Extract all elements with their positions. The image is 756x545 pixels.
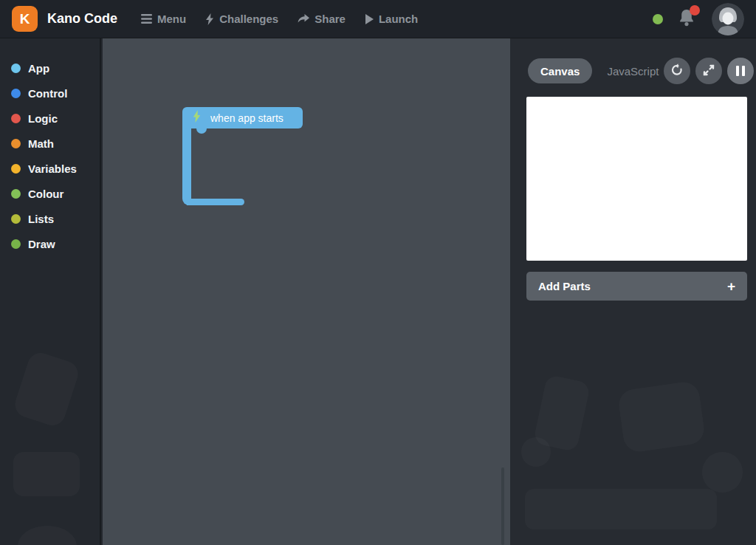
lightning-icon [205,13,214,25]
sidebar-item-math[interactable]: Math [0,131,100,156]
add-parts-button[interactable]: Add Parts + [526,272,747,301]
background-doodle [12,349,81,428]
nav-item-label: Launch [379,13,418,25]
blockly-workspace[interactable]: when app starts [103,38,510,545]
category-color-dot [11,114,21,123]
category-label: Control [28,87,67,100]
menu-icon [141,14,152,24]
category-label: Lists [28,213,54,225]
nav-item-share[interactable]: Share [298,13,346,25]
background-doodle [13,452,80,496]
pause-icon [736,66,745,76]
user-avatar-icon [712,25,744,35]
panel-controls [664,58,756,84]
background-doodle [521,437,551,467]
block-body-left [182,122,191,205]
sidebar-item-draw[interactable]: Draw [0,231,100,256]
tab-javascript[interactable]: JavaScript [607,65,659,78]
category-label: Variables [28,162,77,175]
sidebar-item-control[interactable]: Control [0,80,100,106]
panel-header: Canvas JavaScript [510,58,756,84]
category-label: Math [28,137,54,150]
fullscreen-button[interactable] [695,58,722,84]
category-color-dot [11,214,21,224]
nav-item-label: Share [315,13,346,25]
canvas-output[interactable] [526,97,747,261]
plus-icon: + [727,278,735,295]
block-body-bottom [187,199,244,205]
fullscreen-icon [702,64,715,79]
tab-label: JavaScript [607,65,659,78]
avatar[interactable] [712,3,744,35]
nav-item-challenges[interactable]: Challenges [205,13,278,25]
sidebar-item-variables[interactable]: Variables [0,156,100,181]
nav-item-label: Menu [157,13,186,25]
background-doodle [533,374,591,452]
kano-logo[interactable]: K [12,6,38,32]
sidebar-item-colour[interactable]: Colour [0,181,100,206]
nav-item-menu[interactable]: Menu [141,13,186,25]
pause-button[interactable] [727,58,754,84]
category-color-dot [11,189,21,199]
output-panel: Canvas JavaScript [510,38,756,545]
tab-canvas[interactable]: Canvas [528,58,592,83]
online-status-dot [653,14,663,24]
notifications-button[interactable] [677,8,698,30]
background-doodle [617,380,707,453]
block-hat: when app starts [182,107,303,128]
top-navbar: K Kano Code Menu Challenges Share [0,0,756,38]
category-color-dot [11,139,21,148]
nav-item-label: Challenges [219,13,278,25]
nav-item-launch[interactable]: Launch [365,13,418,25]
add-parts-label: Add Parts [538,280,591,292]
workspace-scrollbar[interactable] [501,467,504,545]
lightning-bolt-icon [193,110,201,126]
play-icon [365,14,374,24]
restart-button[interactable] [664,58,690,84]
category-label: Logic [28,112,58,125]
category-label: Draw [28,238,55,250]
restart-icon [670,63,684,80]
block-label: when app starts [210,112,284,124]
background-doodle [525,489,717,529]
category-color-dot [11,239,21,249]
background-doodle [702,452,743,493]
kano-code-app: K Kano Code Menu Challenges Share [0,0,756,545]
navbar-right-group [653,3,744,35]
when-app-starts-block[interactable]: when app starts [182,107,352,205]
background-doodle [18,526,77,545]
category-color-dot [11,89,21,98]
category-color-dot [11,64,21,73]
bell-icon [677,18,696,31]
block-category-sidebar: App Control Logic Math Variables Colour … [0,38,101,545]
tab-label: Canvas [540,65,580,78]
notification-badge [690,5,700,16]
category-label: App [28,62,49,75]
category-color-dot [11,164,21,174]
share-arrow-icon [298,14,309,24]
category-label: Colour [28,188,63,200]
main-nav: Menu Challenges Share Launch [141,13,418,25]
app-title: Kano Code [47,11,117,27]
kano-logo-letter: K [20,11,30,27]
sidebar-item-logic[interactable]: Logic [0,106,100,131]
sidebar-item-lists[interactable]: Lists [0,206,100,231]
sidebar-item-app[interactable]: App [0,55,100,80]
